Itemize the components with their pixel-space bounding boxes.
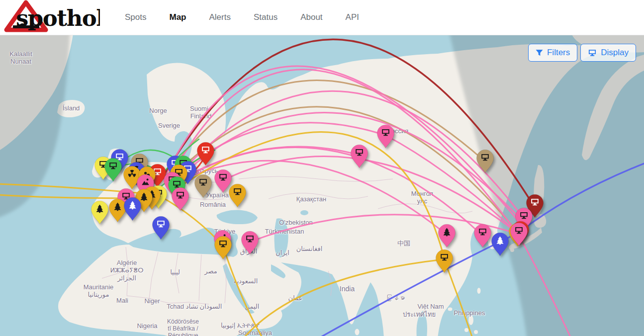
map-marker-monitor[interactable]	[214, 236, 232, 262]
map-marker-tree[interactable]	[91, 200, 109, 227]
spothole-logo[interactable]: spothole	[3, 0, 100, 35]
nav-item-about[interactable]: About	[300, 12, 322, 22]
nav-item-spots[interactable]: Spots	[125, 12, 146, 22]
brand-wordmark: spothole	[16, 5, 100, 31]
map-marker-monitor[interactable]	[228, 183, 247, 210]
map-marker-monitor[interactable]	[196, 142, 215, 168]
display-icon	[588, 49, 597, 57]
map-marker-monitor[interactable]	[510, 222, 528, 249]
nav-item-api[interactable]: API	[346, 12, 359, 22]
map-canvas[interactable]: Kalaallit NunaatÍslandNorgeSverigeSuomi …	[0, 35, 644, 336]
map-marker-monitor[interactable]	[241, 231, 259, 257]
top-navbar: spothole SpotsMapAlertsStatusAboutAPI	[0, 0, 644, 35]
map-marker-tree[interactable]	[123, 197, 142, 223]
funnel-icon	[536, 49, 543, 57]
map-marker-monitor[interactable]	[476, 149, 494, 175]
map-marker-monitor[interactable]	[104, 158, 122, 184]
nav-item-map[interactable]: Map	[169, 12, 186, 22]
filters-button-label: Filters	[547, 48, 570, 58]
map-marker-monitor[interactable]	[376, 124, 395, 151]
map-marker-monitor[interactable]	[171, 187, 189, 213]
map-marker-tree[interactable]	[438, 224, 456, 250]
map-marker-tree[interactable]	[491, 232, 509, 258]
map-marker-monitor[interactable]	[152, 216, 170, 242]
map-marker-monitor[interactable]	[194, 174, 212, 200]
map-controls: Filters Display	[528, 44, 636, 62]
main-nav: SpotsMapAlertsStatusAboutAPI	[125, 12, 359, 22]
display-button[interactable]: Display	[580, 44, 636, 62]
nav-item-status[interactable]: Status	[254, 12, 277, 22]
map-marker-monitor[interactable]	[435, 249, 454, 275]
map-marker-monitor[interactable]	[473, 224, 492, 250]
display-button-label: Display	[601, 48, 629, 58]
filters-button[interactable]: Filters	[528, 44, 577, 62]
nav-item-alerts[interactable]: Alerts	[209, 12, 230, 22]
map-marker-monitor[interactable]	[350, 144, 368, 170]
map-markers-layer	[0, 35, 644, 336]
